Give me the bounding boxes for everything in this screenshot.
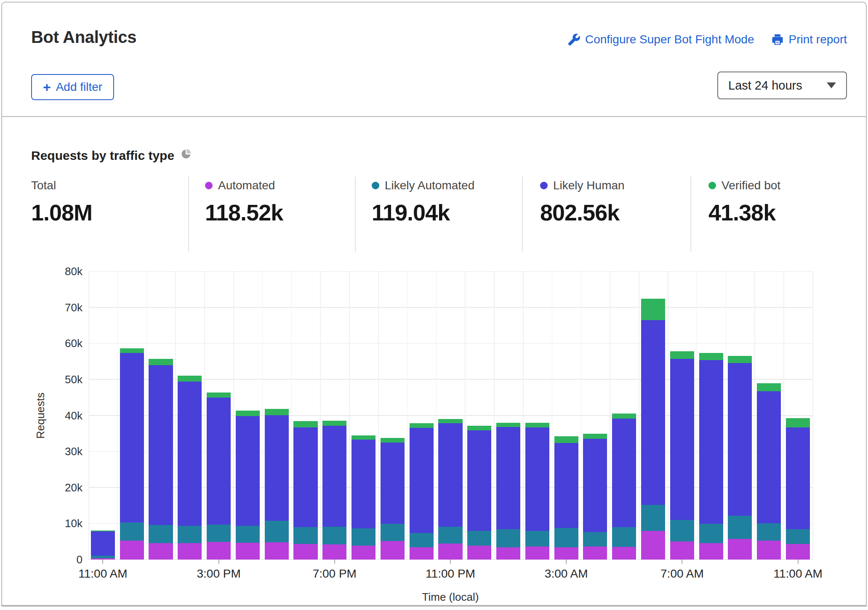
page-title: Bot Analytics <box>31 28 136 47</box>
configure-super-bot-fight-mode-link[interactable]: Configure Super Bot Fight Mode <box>568 33 754 46</box>
y-tick-label: 0 <box>77 553 83 566</box>
bar-segment-verified_bot <box>322 421 346 426</box>
x-tick-label: 11:00 AM <box>773 567 822 581</box>
bars-row <box>88 271 812 560</box>
y-tick-label: 80k <box>65 265 83 278</box>
bar-cell <box>754 271 783 560</box>
bar-stack[interactable] <box>410 271 434 560</box>
bar-stack[interactable] <box>265 271 289 560</box>
bar-segment-verified_bot <box>757 383 781 391</box>
bar-stack[interactable] <box>322 271 346 560</box>
bar-stack[interactable] <box>91 271 115 560</box>
bar-segment-likely_automated <box>410 533 434 547</box>
bar-stack[interactable] <box>612 271 636 560</box>
bar-segment-likely_automated <box>438 527 462 544</box>
bar-cell <box>378 271 407 560</box>
x-tick-label: 7:00 AM <box>660 567 704 581</box>
bar-segment-verified_bot <box>120 348 144 353</box>
bar-stack[interactable] <box>381 271 405 560</box>
bar-stack[interactable] <box>699 271 723 560</box>
bar-segment-verified_bot <box>178 376 202 382</box>
bar-cell <box>639 271 668 560</box>
bar-stack[interactable] <box>641 271 665 560</box>
bar-segment-likely_human <box>178 382 202 526</box>
bar-segment-likely_automated <box>265 521 289 542</box>
bar-stack[interactable] <box>670 271 694 560</box>
bar-segment-likely_automated <box>120 522 144 541</box>
bar-segment-verified_bot <box>699 353 723 360</box>
bar-segment-automated <box>351 546 375 560</box>
bar-stack[interactable] <box>786 271 810 560</box>
stat-automated: Automated 118.52k <box>205 178 357 225</box>
bar-segment-likely_automated <box>786 529 810 544</box>
bar-stack[interactable] <box>149 271 173 560</box>
x-tick-label: 7:00 PM <box>313 567 357 581</box>
section-title-label: Requests by traffic type <box>31 149 174 163</box>
x-tick-label: 3:00 PM <box>197 567 240 581</box>
bar-stack[interactable] <box>467 271 491 560</box>
stat-likely-human-label: Likely Human <box>553 179 625 192</box>
stat-likely-human: Likely Human 802.56k <box>540 178 692 225</box>
header-links: Configure Super Bot Fight Mode Print rep… <box>568 33 847 46</box>
bar-stack[interactable] <box>438 271 462 560</box>
x-tick-mark <box>334 560 335 564</box>
bar-segment-likely_automated <box>583 532 607 546</box>
y-tick-label: 30k <box>65 445 83 458</box>
bar-stack[interactable] <box>496 271 520 560</box>
bar-segment-automated <box>670 541 694 560</box>
bar-cell <box>175 271 204 560</box>
bar-stack[interactable] <box>178 271 202 560</box>
bar-stack[interactable] <box>554 271 578 560</box>
bar-cell <box>668 271 697 560</box>
time-range-select[interactable]: Last 24 hours <box>717 72 847 99</box>
bar-stack[interactable] <box>236 271 260 560</box>
bar-segment-likely_human <box>120 353 144 522</box>
bar-segment-likely_automated <box>178 526 202 544</box>
bar-segment-likely_human <box>467 430 491 531</box>
bar-segment-likely_human <box>265 415 289 521</box>
add-filter-button[interactable]: + Add filter <box>31 74 114 100</box>
bar-segment-automated <box>207 542 231 560</box>
bar-segment-likely_automated <box>612 527 636 547</box>
bar-segment-likely_human <box>641 320 665 504</box>
x-tick-label: 11:00 AM <box>78 567 127 581</box>
bar-segment-verified_bot <box>554 436 578 443</box>
verified-bot-legend-dot <box>708 182 716 189</box>
print-report-link[interactable]: Print report <box>771 33 847 46</box>
bar-stack[interactable] <box>583 271 607 560</box>
bar-cell <box>291 271 320 560</box>
bar-segment-automated <box>410 547 434 560</box>
bar-stack[interactable] <box>207 271 231 560</box>
bar-cell <box>610 271 639 560</box>
bar-stack[interactable] <box>525 271 549 560</box>
bar-cell <box>233 271 262 560</box>
x-tick-mark <box>798 560 799 564</box>
bar-segment-verified_bot <box>467 426 491 430</box>
bar-segment-automated <box>438 544 462 560</box>
bar-segment-automated <box>728 539 752 560</box>
bar-segment-verified_bot <box>641 299 665 320</box>
bar-segment-likely_human <box>236 416 260 526</box>
bar-cell <box>407 271 436 560</box>
bar-segment-likely_automated <box>236 526 260 542</box>
bar-segment-likely_automated <box>525 531 549 547</box>
bar-stack[interactable] <box>293 271 317 560</box>
bar-segment-likely_automated <box>467 531 491 546</box>
bar-segment-verified_bot <box>438 419 462 423</box>
bar-stack[interactable] <box>757 271 781 560</box>
bar-segment-likely_human <box>786 427 810 529</box>
stat-total-label: Total <box>31 179 56 192</box>
bar-stack[interactable] <box>120 271 144 560</box>
bar-segment-likely_human <box>351 440 375 528</box>
bar-stack[interactable] <box>351 271 375 560</box>
bar-segment-likely_human <box>699 360 723 524</box>
bar-stack[interactable] <box>728 271 752 560</box>
stat-likely-human-value: 802.56k <box>540 199 692 225</box>
stat-automated-label: Automated <box>218 179 275 192</box>
x-tick-label: 11:00 PM <box>426 567 475 581</box>
bar-segment-likely_automated <box>207 525 231 542</box>
bar-cell <box>581 271 610 560</box>
bar-segment-verified_bot <box>728 356 752 363</box>
bar-segment-automated <box>554 547 578 560</box>
bar-segment-likely_automated <box>699 524 723 543</box>
